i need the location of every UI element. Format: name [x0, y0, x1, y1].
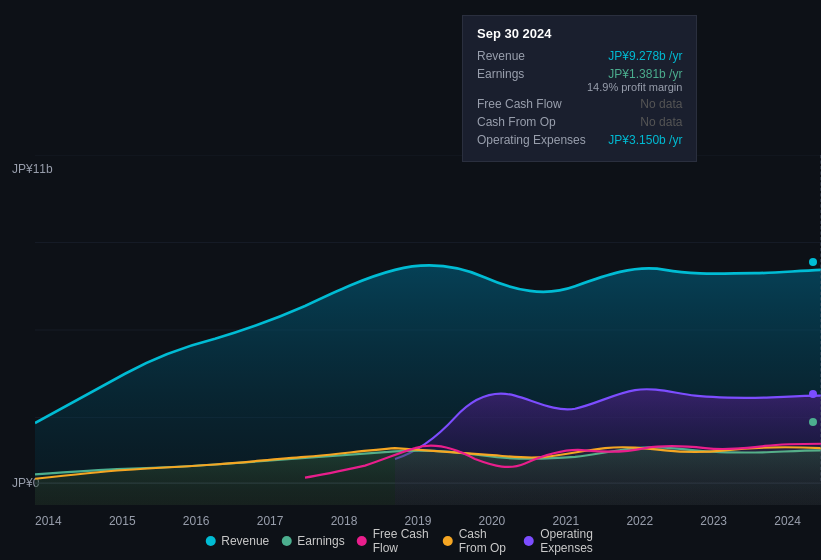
- legend-dot-opex: [524, 536, 534, 546]
- x-label-2014: 2014: [35, 514, 62, 528]
- earnings-dot: [809, 418, 817, 426]
- tooltip: Sep 30 2024 Revenue JP¥9.278b /yr Earnin…: [462, 15, 697, 162]
- x-label-2020: 2020: [479, 514, 506, 528]
- tooltip-row-earnings: Earnings JP¥1.381b /yr 14.9% profit marg…: [477, 67, 682, 93]
- chart-area: [35, 155, 821, 505]
- legend-dot-cashfromop: [443, 536, 453, 546]
- tooltip-label-earnings: Earnings: [477, 67, 587, 81]
- x-label-2017: 2017: [257, 514, 284, 528]
- tooltip-label-revenue: Revenue: [477, 49, 587, 63]
- tooltip-value-revenue: JP¥9.278b /yr: [608, 49, 682, 63]
- tooltip-label-cashfromop: Cash From Op: [477, 115, 587, 129]
- tooltip-value-cashfromop: No data: [640, 115, 682, 129]
- tooltip-row-fcf: Free Cash Flow No data: [477, 97, 682, 111]
- legend-item-revenue[interactable]: Revenue: [205, 534, 269, 548]
- legend-item-opex[interactable]: Operating Expenses: [524, 527, 616, 555]
- tooltip-label-opex: Operating Expenses: [477, 133, 587, 147]
- revenue-dot: [809, 258, 817, 266]
- chart-legend: Revenue Earnings Free Cash Flow Cash Fro…: [205, 527, 616, 555]
- x-label-2021: 2021: [552, 514, 579, 528]
- tooltip-value-fcf: No data: [640, 97, 682, 111]
- tooltip-value-earnings: JP¥1.381b /yr: [587, 67, 682, 81]
- tooltip-value-opex: JP¥3.150b /yr: [608, 133, 682, 147]
- tooltip-row-opex: Operating Expenses JP¥3.150b /yr: [477, 133, 682, 147]
- legend-dot-fcf: [357, 536, 367, 546]
- tooltip-row-cashfromop: Cash From Op No data: [477, 115, 682, 129]
- x-label-2015: 2015: [109, 514, 136, 528]
- x-label-2018: 2018: [331, 514, 358, 528]
- legend-label-cashfromop: Cash From Op: [459, 527, 513, 555]
- chart-container: Sep 30 2024 Revenue JP¥9.278b /yr Earnin…: [0, 0, 821, 560]
- tooltip-label-fcf: Free Cash Flow: [477, 97, 587, 111]
- x-label-2022: 2022: [626, 514, 653, 528]
- x-label-2024: 2024: [774, 514, 801, 528]
- legend-label-revenue: Revenue: [221, 534, 269, 548]
- x-label-2016: 2016: [183, 514, 210, 528]
- legend-label-earnings: Earnings: [297, 534, 344, 548]
- legend-dot-earnings: [281, 536, 291, 546]
- legend-item-cashfromop[interactable]: Cash From Op: [443, 527, 513, 555]
- x-label-2019: 2019: [405, 514, 432, 528]
- legend-item-fcf[interactable]: Free Cash Flow: [357, 527, 431, 555]
- legend-label-fcf: Free Cash Flow: [373, 527, 431, 555]
- x-axis: 2014 2015 2016 2017 2018 2019 2020 2021 …: [35, 514, 821, 528]
- tooltip-row-revenue: Revenue JP¥9.278b /yr: [477, 49, 682, 63]
- legend-label-opex: Operating Expenses: [540, 527, 616, 555]
- tooltip-profit-margin: 14.9% profit margin: [587, 81, 682, 93]
- tooltip-date: Sep 30 2024: [477, 26, 682, 41]
- opex-dot: [809, 390, 817, 398]
- legend-item-earnings[interactable]: Earnings: [281, 534, 344, 548]
- x-label-2023: 2023: [700, 514, 727, 528]
- legend-dot-revenue: [205, 536, 215, 546]
